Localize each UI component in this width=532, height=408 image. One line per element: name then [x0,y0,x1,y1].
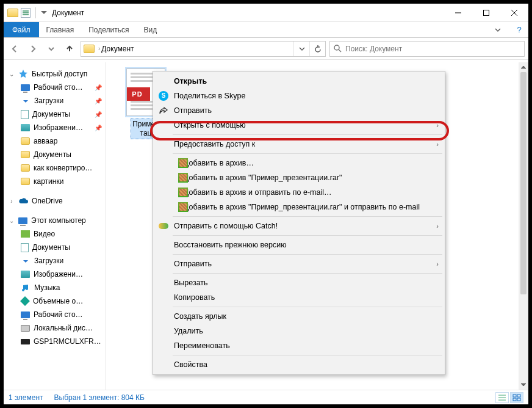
sidebar-item-label: Объемные о… [33,297,83,305]
pin-icon: 📌 [95,98,102,104]
menu-separator [173,273,442,274]
sidebar-item[interactable]: как конвертиро… [4,161,106,175]
search-input[interactable]: Поиск: Документ [329,41,525,57]
sidebar-this-pc[interactable]: ⌄ Этот компьютер [4,214,106,227]
menu-item[interactable]: Вырезать [154,275,444,290]
sidebar-item-label: авваар [34,137,57,145]
menu-item[interactable]: Добавить в архив "Пример_презентации.rar… [154,170,444,185]
status-bar: 1 элемент Выбран 1 элемент: 804 КБ [4,390,528,404]
sidebar-item[interactable]: Загрузки [4,254,106,268]
menu-item[interactable]: Добавить в архив и отправить по e-mail… [154,185,444,200]
menu-item-label: Переименовать [174,341,230,350]
menu-item[interactable]: Предоставить доступ к› [154,137,444,151]
menu-item-label: Свойства [174,360,207,369]
sidebar-item[interactable]: Документы📌 [4,107,106,121]
tab-view[interactable]: Вид [136,22,164,37]
svg-rect-5 [517,398,520,401]
view-icons-button[interactable] [510,392,523,403]
menu-item-label: Добавить в архив и отправить по e-mail… [184,188,332,197]
expand-icon[interactable]: › [9,198,15,205]
menu-item[interactable]: Отправить [154,103,444,118]
nav-up-button[interactable] [62,42,77,56]
menu-item[interactable]: SПоделиться в Skype [154,89,444,103]
menu-item[interactable]: Свойства [154,357,444,372]
tab-share[interactable]: Поделиться [81,22,136,37]
menu-item[interactable]: Переименовать [154,338,444,353]
sidebar-item[interactable]: GSP1RMCULXFR… [4,335,106,348]
menu-separator [173,307,442,307]
menu-item[interactable]: Отправить› [154,257,444,271]
help-icon[interactable]: ? [510,22,528,37]
sidebar-item-label: GSP1RMCULXFR… [34,337,101,346]
nav-forward-button[interactable] [26,42,40,56]
menu-item[interactable]: Открыть [154,74,444,89]
status-count: 1 элемент [9,393,43,402]
breadcrumb[interactable]: Документ [101,45,134,53]
sidebar-item[interactable]: Документы [4,241,106,254]
qat-dropdown-icon[interactable] [41,10,47,16]
svg-rect-0 [484,10,489,15]
sidebar: ⌄ Быстрый доступ Рабочий сто…📌Загрузки📌Д… [4,62,106,390]
nav-history-dropdown[interactable] [44,42,59,56]
minimize-button[interactable] [444,4,472,22]
sidebar-item-label: OneDrive [32,197,63,205]
folder-icon [21,178,30,185]
refresh-button[interactable] [309,42,325,56]
window-title: Документ [52,9,444,17]
view-details-button[interactable] [495,392,509,403]
ribbon-collapse-icon[interactable] [486,22,510,37]
desktop-icon [21,311,30,318]
sidebar-item[interactable]: авваар [4,134,106,148]
sidebar-item[interactable]: Локальный дис… [4,321,106,335]
menu-item-label: Отправить [174,106,212,115]
tab-home[interactable]: Главная [39,22,82,37]
qat-doc-icon[interactable] [21,8,31,18]
menu-item[interactable]: Восстановить прежнюю версию [154,238,444,252]
menu-item[interactable]: Добавить в архив "Пример_презентации.rar… [154,200,444,214]
sidebar-item[interactable]: Видео [4,227,106,241]
sidebar-item[interactable]: Изображени…📌 [4,121,106,134]
menu-item[interactable]: Открыть с помощью› [154,118,444,133]
usb-icon [21,339,30,344]
maximize-button[interactable] [472,4,500,22]
sidebar-item-label: Документы [32,110,70,118]
collapse-icon[interactable]: ⌄ [9,71,15,78]
sidebar-item-label: Локальный дис… [34,324,93,332]
ribbon: Файл Главная Поделиться Вид ? [4,22,528,38]
chevron-right-icon[interactable]: › [97,45,101,52]
address-dropdown-icon[interactable] [293,42,309,56]
folder-icon [21,151,30,158]
sidebar-onedrive[interactable]: › OneDrive [4,194,106,208]
sidebar-item[interactable]: Документы [4,148,106,161]
sidebar-item-label: картинки [34,177,63,186]
sidebar-item-label: Видео [34,230,55,238]
menu-item[interactable]: Отправить с помощью Catch!› [154,219,444,233]
sidebar-item-label: Загрузки [34,257,63,265]
sidebar-quick-access[interactable]: ⌄ Быстрый доступ [4,67,106,81]
pin-icon: 📌 [95,125,102,131]
sidebar-item[interactable]: картинки [4,175,106,188]
sidebar-item[interactable]: Рабочий сто…📌 [4,81,106,94]
menu-item-label: Отправить [174,260,212,268]
sidebar-item[interactable]: Изображени… [4,268,106,281]
archive-icon [178,202,188,212]
sidebar-item[interactable]: Музыка [4,281,106,294]
disk-icon [21,325,30,332]
folder-icon [21,137,30,145]
sidebar-item[interactable]: Объемные о… [4,294,106,308]
menu-item[interactable]: Копировать [154,290,444,305]
address-bar[interactable]: › Документ [81,41,326,57]
pin-icon: 📌 [95,84,102,91]
sidebar-item[interactable]: Загрузки📌 [4,94,106,107]
chevron-right-icon: › [436,122,439,129]
menu-item[interactable]: Создать ярлык [154,309,444,324]
music-icon [21,283,31,293]
menu-item[interactable]: Добавить в архив… [154,156,444,170]
collapse-icon[interactable]: ⌄ [9,217,15,224]
menu-item[interactable]: Удалить [154,324,444,338]
menu-item-label: Создать ярлык [174,312,226,321]
close-button[interactable] [500,4,528,22]
nav-back-button[interactable] [7,42,22,56]
tab-file[interactable]: Файл [4,22,39,37]
sidebar-item[interactable]: Рабочий сто… [4,308,106,321]
